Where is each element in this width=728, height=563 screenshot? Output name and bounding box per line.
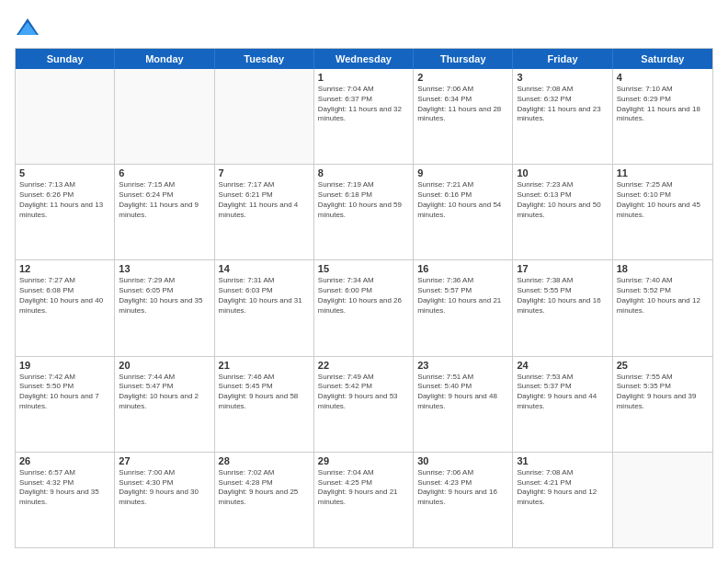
day-info: Sunrise: 7:42 AMSunset: 5:50 PMDaylight:…: [19, 373, 110, 412]
day-number: 5: [19, 167, 110, 178]
day-info: Sunrise: 7:23 AMSunset: 6:13 PMDaylight:…: [517, 180, 608, 220]
day-cell-17: 17Sunrise: 7:38 AMSunset: 5:55 PMDayligh…: [513, 260, 612, 355]
day-info: Sunrise: 7:36 AMSunset: 5:57 PMDaylight:…: [417, 276, 508, 316]
day-cell-9: 9Sunrise: 7:21 AMSunset: 6:16 PMDaylight…: [414, 165, 513, 259]
day-number: 4: [617, 72, 709, 83]
day-cell-2: 2Sunrise: 7:06 AMSunset: 6:34 PMDaylight…: [414, 69, 513, 164]
day-cell-27: 27Sunrise: 7:00 AMSunset: 4:30 PMDayligh…: [115, 453, 214, 547]
day-number: 2: [417, 72, 508, 83]
day-number: 6: [119, 167, 210, 178]
day-cell-10: 10Sunrise: 7:23 AMSunset: 6:13 PMDayligh…: [513, 165, 612, 259]
day-number: 30: [417, 455, 508, 466]
day-number: 7: [219, 167, 310, 178]
day-cell-8: 8Sunrise: 7:19 AMSunset: 6:18 PMDaylight…: [314, 165, 414, 259]
header-day-thursday: Thursday: [414, 49, 513, 69]
day-cell-30: 30Sunrise: 7:06 AMSunset: 4:23 PMDayligh…: [414, 453, 513, 547]
day-number: 21: [219, 360, 310, 371]
day-info: Sunrise: 7:27 AMSunset: 6:08 PMDaylight:…: [19, 276, 110, 316]
day-info: Sunrise: 7:44 AMSunset: 5:47 PMDaylight:…: [119, 373, 210, 412]
day-info: Sunrise: 7:08 AMSunset: 6:32 PMDaylight:…: [517, 85, 608, 124]
day-number: 8: [318, 167, 409, 178]
day-number: 14: [219, 263, 310, 274]
day-cell-20: 20Sunrise: 7:44 AMSunset: 5:47 PMDayligh…: [115, 357, 214, 452]
week-row-4: 19Sunrise: 7:42 AMSunset: 5:50 PMDayligh…: [16, 357, 712, 453]
day-cell-4: 4Sunrise: 7:10 AMSunset: 6:29 PMDaylight…: [613, 69, 712, 164]
day-cell-25: 25Sunrise: 7:55 AMSunset: 5:35 PMDayligh…: [613, 357, 712, 452]
day-info: Sunrise: 7:13 AMSunset: 6:26 PMDaylight:…: [19, 180, 110, 220]
day-info: Sunrise: 7:04 AMSunset: 6:37 PMDaylight:…: [318, 85, 409, 124]
week-row-2: 5Sunrise: 7:13 AMSunset: 6:26 PMDaylight…: [16, 165, 712, 260]
day-number: 25: [617, 360, 709, 371]
day-number: 9: [417, 167, 508, 178]
header-day-monday: Monday: [115, 49, 214, 69]
logo-icon: [15, 15, 40, 40]
day-cell-13: 13Sunrise: 7:29 AMSunset: 6:05 PMDayligh…: [115, 260, 214, 355]
week-row-1: 1Sunrise: 7:04 AMSunset: 6:37 PMDaylight…: [16, 69, 712, 165]
empty-cell: [115, 69, 214, 164]
day-info: Sunrise: 7:06 AMSunset: 6:34 PMDaylight:…: [417, 85, 508, 124]
day-info: Sunrise: 7:25 AMSunset: 6:10 PMDaylight:…: [617, 180, 709, 220]
calendar-body: 1Sunrise: 7:04 AMSunset: 6:37 PMDaylight…: [16, 69, 712, 547]
day-number: 17: [517, 263, 608, 274]
day-info: Sunrise: 7:55 AMSunset: 5:35 PMDaylight:…: [617, 373, 709, 412]
day-info: Sunrise: 7:06 AMSunset: 4:23 PMDaylight:…: [417, 468, 508, 508]
day-cell-6: 6Sunrise: 7:15 AMSunset: 6:24 PMDaylight…: [115, 165, 214, 259]
header-day-sunday: Sunday: [16, 49, 115, 69]
header: [15, 15, 713, 40]
day-number: 24: [517, 360, 608, 371]
day-number: 28: [219, 455, 310, 466]
day-cell-11: 11Sunrise: 7:25 AMSunset: 6:10 PMDayligh…: [613, 165, 712, 259]
day-cell-26: 26Sunrise: 6:57 AMSunset: 4:32 PMDayligh…: [16, 453, 115, 547]
day-number: 10: [517, 167, 608, 178]
day-number: 23: [417, 360, 508, 371]
day-info: Sunrise: 7:17 AMSunset: 6:21 PMDaylight:…: [219, 180, 310, 220]
day-info: Sunrise: 7:29 AMSunset: 6:05 PMDaylight:…: [119, 276, 210, 316]
header-day-friday: Friday: [513, 49, 612, 69]
day-info: Sunrise: 7:21 AMSunset: 6:16 PMDaylight:…: [417, 180, 508, 220]
calendar-header: SundayMondayTuesdayWednesdayThursdayFrid…: [16, 49, 712, 69]
day-info: Sunrise: 7:40 AMSunset: 5:52 PMDaylight:…: [617, 276, 709, 316]
empty-cell: [215, 69, 314, 164]
page: SundayMondayTuesdayWednesdayThursdayFrid…: [0, 0, 728, 563]
day-info: Sunrise: 7:31 AMSunset: 6:03 PMDaylight:…: [219, 276, 310, 316]
day-info: Sunrise: 7:51 AMSunset: 5:40 PMDaylight:…: [417, 373, 508, 412]
day-cell-15: 15Sunrise: 7:34 AMSunset: 6:00 PMDayligh…: [314, 260, 414, 355]
day-info: Sunrise: 7:15 AMSunset: 6:24 PMDaylight:…: [119, 180, 210, 220]
day-info: Sunrise: 7:38 AMSunset: 5:55 PMDaylight:…: [517, 276, 608, 316]
day-info: Sunrise: 7:49 AMSunset: 5:42 PMDaylight:…: [318, 373, 409, 412]
day-cell-29: 29Sunrise: 7:04 AMSunset: 4:25 PMDayligh…: [314, 453, 414, 547]
day-number: 11: [617, 167, 709, 178]
day-number: 15: [318, 263, 409, 274]
header-day-saturday: Saturday: [613, 49, 712, 69]
day-number: 27: [119, 455, 210, 466]
day-cell-24: 24Sunrise: 7:53 AMSunset: 5:37 PMDayligh…: [513, 357, 612, 452]
day-info: Sunrise: 7:19 AMSunset: 6:18 PMDaylight:…: [318, 180, 409, 220]
day-number: 16: [417, 263, 508, 274]
day-info: Sunrise: 7:10 AMSunset: 6:29 PMDaylight:…: [617, 85, 709, 124]
day-cell-14: 14Sunrise: 7:31 AMSunset: 6:03 PMDayligh…: [215, 260, 314, 355]
day-number: 12: [19, 263, 110, 274]
calendar: SundayMondayTuesdayWednesdayThursdayFrid…: [15, 48, 713, 548]
day-cell-7: 7Sunrise: 7:17 AMSunset: 6:21 PMDaylight…: [215, 165, 314, 259]
day-cell-22: 22Sunrise: 7:49 AMSunset: 5:42 PMDayligh…: [314, 357, 414, 452]
day-cell-19: 19Sunrise: 7:42 AMSunset: 5:50 PMDayligh…: [16, 357, 115, 452]
week-row-3: 12Sunrise: 7:27 AMSunset: 6:08 PMDayligh…: [16, 260, 712, 356]
header-day-tuesday: Tuesday: [215, 49, 314, 69]
day-info: Sunrise: 7:53 AMSunset: 5:37 PMDaylight:…: [517, 373, 608, 412]
header-day-wednesday: Wednesday: [314, 49, 414, 69]
day-number: 22: [318, 360, 409, 371]
week-row-5: 26Sunrise: 6:57 AMSunset: 4:32 PMDayligh…: [16, 453, 712, 547]
day-number: 31: [517, 455, 608, 466]
day-info: Sunrise: 6:57 AMSunset: 4:32 PMDaylight:…: [19, 468, 110, 508]
day-number: 29: [318, 455, 409, 466]
day-cell-31: 31Sunrise: 7:08 AMSunset: 4:21 PMDayligh…: [513, 453, 612, 547]
day-number: 18: [617, 263, 709, 274]
day-number: 20: [119, 360, 210, 371]
day-cell-28: 28Sunrise: 7:02 AMSunset: 4:28 PMDayligh…: [215, 453, 314, 547]
day-number: 13: [119, 263, 210, 274]
day-number: 26: [19, 455, 110, 466]
day-info: Sunrise: 7:34 AMSunset: 6:00 PMDaylight:…: [318, 276, 409, 316]
day-info: Sunrise: 7:04 AMSunset: 4:25 PMDaylight:…: [318, 468, 409, 508]
day-cell-12: 12Sunrise: 7:27 AMSunset: 6:08 PMDayligh…: [16, 260, 115, 355]
day-cell-16: 16Sunrise: 7:36 AMSunset: 5:57 PMDayligh…: [414, 260, 513, 355]
